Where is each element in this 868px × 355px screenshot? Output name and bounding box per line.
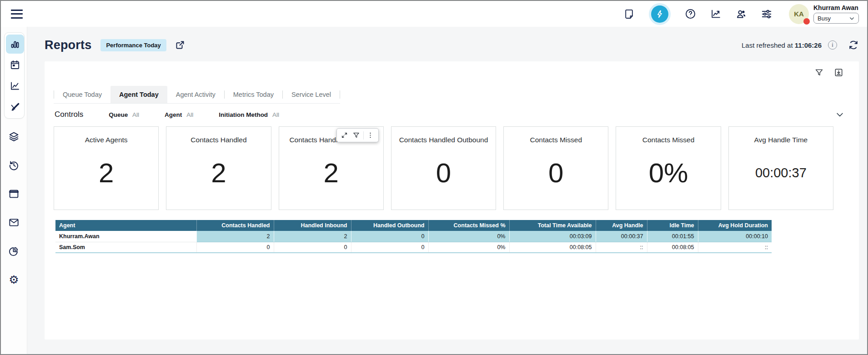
sidebar-item-layers[interactable] xyxy=(5,130,23,142)
col-agent[interactable]: Agent xyxy=(55,220,196,231)
status-select-value: Busy xyxy=(818,15,831,22)
card-filter-button[interactable] xyxy=(351,130,362,141)
page-header: Reports Performance Today Last refreshed… xyxy=(45,33,859,57)
refresh-button[interactable] xyxy=(848,40,859,50)
app-window: KA Khurram Awan Busy xyxy=(0,0,868,355)
col-contacts-handled[interactable]: Contacts Handled xyxy=(196,220,274,231)
info-icon[interactable]: i xyxy=(828,40,837,50)
kpi-contacts-handled-inbound[interactable]: Contacts Handled Inbound 2 xyxy=(279,126,384,210)
preferences-sliders-icon[interactable] xyxy=(761,8,773,20)
kpi-avg-handle-time[interactable]: Avg Handle Time 00:00:37 xyxy=(728,126,833,210)
filter-initiation-method[interactable]: Initiation Method All xyxy=(219,111,279,118)
sidebar-nav-group xyxy=(4,32,25,119)
calendar-icon xyxy=(10,60,20,70)
report-panel: Queue Today Agent Today Agent Activity M… xyxy=(45,61,859,340)
line-chart-icon xyxy=(10,80,20,91)
filter-queue[interactable]: Queue All xyxy=(109,111,139,118)
agent-table: Agent Contacts Handled Handled Inbound H… xyxy=(55,220,772,253)
layers-icon xyxy=(8,131,20,142)
chevron-down-icon xyxy=(849,15,855,21)
kpi-contacts-handled-outbound[interactable]: Contacts Handled Outbound 0 xyxy=(391,126,496,210)
table-header-row: Agent Contacts Handled Handled Inbound H… xyxy=(55,220,772,231)
note-icon[interactable] xyxy=(623,8,635,20)
card-hover-toolbar xyxy=(336,128,379,142)
sidebar: ⚙ xyxy=(1,27,27,354)
filter-agent[interactable]: Agent All xyxy=(165,111,193,118)
kpi-contacts-missed-pct[interactable]: Contacts Missed 0% xyxy=(616,126,721,210)
history-clock-icon xyxy=(8,160,20,171)
sidebar-item-schedule[interactable] xyxy=(6,55,24,75)
col-handled-outbound[interactable]: Handled Outbound xyxy=(351,220,428,231)
download-button[interactable] xyxy=(834,68,843,80)
kpi-contacts-missed[interactable]: Contacts Missed 0 xyxy=(503,126,608,210)
tab-service-level[interactable]: Service Level xyxy=(283,86,340,103)
top-bar: KA Khurram Awan Busy xyxy=(1,1,867,27)
external-link-icon xyxy=(175,40,186,50)
pie-chart-icon xyxy=(8,245,20,257)
refresh-area: Last refreshed at 11:06:26 i xyxy=(742,40,859,50)
kpi-row: Active Agents 2 Contacts Handled 2 Conta… xyxy=(54,126,850,210)
sidebar-item-mail[interactable] xyxy=(5,216,23,228)
paintbrush-icon xyxy=(10,101,20,112)
report-badge[interactable]: Performance Today xyxy=(100,39,166,51)
controls-label: Controls xyxy=(55,110,83,119)
status-select[interactable]: Busy xyxy=(813,13,859,24)
expand-icon xyxy=(341,131,348,139)
col-avg-handle[interactable]: Avg Handle xyxy=(596,220,647,231)
user-name: Khurram Awan xyxy=(813,4,859,11)
lightning-icon xyxy=(651,5,668,23)
controls-row: Controls Queue All Agent All Initiation … xyxy=(54,110,850,119)
last-refreshed-time: 11:06:26 xyxy=(795,41,822,49)
window-icon xyxy=(8,188,20,200)
agent-table-wrap: Agent Contacts Handled Handled Inbound H… xyxy=(54,220,850,253)
last-refreshed-label: Last refreshed at xyxy=(742,41,793,49)
avatar[interactable]: KA xyxy=(789,4,809,24)
col-contacts-missed-pct[interactable]: Contacts Missed % xyxy=(428,220,509,231)
sidebar-item-history[interactable] xyxy=(5,159,23,171)
main-content: Reports Performance Today Last refreshed… xyxy=(27,27,867,354)
busy-status-dot xyxy=(803,18,810,25)
tab-metrics-today[interactable]: Metrics Today xyxy=(225,86,282,103)
table-row[interactable]: Khurram.Awan 2 2 0 0% 00:03:09 00:00:37 … xyxy=(55,231,772,242)
card-menu-button[interactable] xyxy=(365,130,376,141)
funnel-icon xyxy=(814,68,824,77)
sidebar-item-settings[interactable]: ⚙ xyxy=(5,274,23,285)
quick-actions-button[interactable] xyxy=(649,3,671,25)
sidebar-item-reports[interactable] xyxy=(6,35,24,54)
refresh-icon xyxy=(848,40,859,50)
chevron-down-icon xyxy=(835,110,844,119)
sidebar-item-analytics[interactable] xyxy=(6,76,24,95)
tab-agent-today[interactable]: Agent Today xyxy=(110,86,167,103)
hamburger-menu-icon[interactable] xyxy=(11,10,23,19)
panel-tools xyxy=(54,68,850,80)
metrics-icon[interactable] xyxy=(710,8,722,20)
funnel-icon xyxy=(352,131,360,139)
mail-icon xyxy=(8,217,20,228)
report-tabs: Queue Today Agent Today Agent Activity M… xyxy=(54,86,340,104)
user-cluster: KA Khurram Awan Busy xyxy=(789,4,859,24)
sidebar-item-pie-reports[interactable] xyxy=(5,245,23,257)
kpi-contacts-handled[interactable]: Contacts Handled 2 xyxy=(166,126,271,210)
col-idle-time[interactable]: Idle Time xyxy=(647,220,698,231)
expand-card-button[interactable] xyxy=(339,130,351,141)
filter-button[interactable] xyxy=(814,68,824,80)
users-icon[interactable] xyxy=(735,8,747,20)
col-handled-inbound[interactable]: Handled Inbound xyxy=(274,220,351,231)
col-avg-hold-duration[interactable]: Avg Hold Duration xyxy=(698,220,772,231)
download-icon xyxy=(834,68,843,77)
controls-collapse-button[interactable] xyxy=(835,110,844,119)
col-total-time-available[interactable]: Total Time Available xyxy=(509,220,596,231)
gear-icon: ⚙ xyxy=(9,274,19,285)
sidebar-item-design[interactable] xyxy=(6,97,24,116)
bar-chart-icon xyxy=(10,39,20,50)
sidebar-item-browser[interactable] xyxy=(5,188,23,200)
help-icon[interactable] xyxy=(684,8,696,20)
table-row[interactable]: Sam.Som 0 0 0 0% 00:08:05 :: 00:08:05 :: xyxy=(55,242,772,253)
kebab-menu-icon xyxy=(366,131,374,139)
tab-queue-today[interactable]: Queue Today xyxy=(54,86,110,103)
kpi-active-agents[interactable]: Active Agents 2 xyxy=(54,126,159,210)
tab-agent-activity[interactable]: Agent Activity xyxy=(167,86,224,103)
avatar-initials: KA xyxy=(794,10,804,18)
page-title: Reports xyxy=(45,38,91,52)
open-in-new-button[interactable] xyxy=(175,40,186,50)
